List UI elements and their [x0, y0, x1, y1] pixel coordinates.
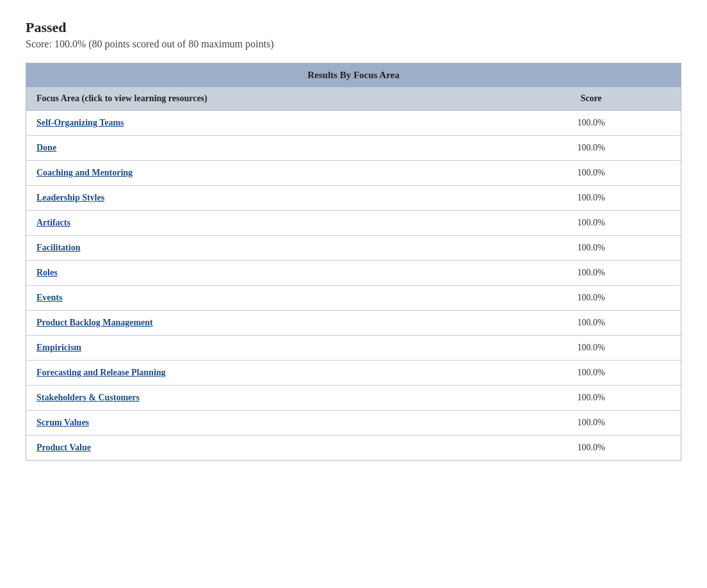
focus-area-link[interactable]: Product Value [37, 443, 91, 452]
table-row: Leadership Styles100.0% [26, 186, 681, 211]
focus-area-link[interactable]: Forecasting and Release Planning [37, 368, 166, 377]
focus-area-link[interactable]: Empiricism [37, 343, 81, 352]
focus-area-link[interactable]: Facilitation [37, 243, 80, 252]
score-cell: 100.0% [501, 236, 681, 261]
col-header-score: Score [501, 87, 681, 111]
focus-area-link[interactable]: Leadership Styles [37, 193, 104, 202]
focus-area-link[interactable]: Product Backlog Management [37, 318, 153, 327]
table-row: Stakeholders & Customers100.0% [26, 386, 681, 411]
score-cell: 100.0% [501, 436, 681, 461]
score-cell: 100.0% [501, 161, 681, 186]
results-table-wrapper: Results By Focus Area Focus Area (click … [26, 63, 681, 461]
table-row: Forecasting and Release Planning100.0% [26, 361, 681, 386]
focus-area-cell: Scrum Values [26, 411, 501, 436]
focus-area-cell: Done [26, 136, 501, 161]
focus-area-cell: Artifacts [26, 211, 501, 236]
focus-area-cell: Stakeholders & Customers [26, 386, 501, 411]
score-cell: 100.0% [501, 411, 681, 436]
table-row: Facilitation100.0% [26, 236, 681, 261]
score-cell: 100.0% [501, 136, 681, 161]
table-row: Self-Organizing Teams100.0% [26, 111, 681, 136]
focus-area-cell: Product Value [26, 436, 501, 461]
table-row: Done100.0% [26, 136, 681, 161]
focus-area-link[interactable]: Self-Organizing Teams [37, 118, 124, 127]
focus-area-cell: Roles [26, 261, 501, 286]
focus-area-link[interactable]: Roles [37, 268, 58, 277]
table-row: Scrum Values100.0% [26, 411, 681, 436]
pass-header: Passed Score: 100.0% (80 points scored o… [26, 19, 681, 50]
pass-score: Score: 100.0% (80 points scored out of 8… [26, 38, 681, 50]
results-table: Focus Area (click to view learning resou… [26, 87, 681, 460]
table-row: Product Value100.0% [26, 436, 681, 461]
score-cell: 100.0% [501, 361, 681, 386]
focus-area-cell: Product Backlog Management [26, 311, 501, 336]
score-cell: 100.0% [501, 311, 681, 336]
score-cell: 100.0% [501, 186, 681, 211]
pass-title: Passed [26, 19, 681, 36]
focus-area-cell: Leadership Styles [26, 186, 501, 211]
focus-area-cell: Coaching and Mentoring [26, 161, 501, 186]
focus-area-cell: Forecasting and Release Planning [26, 361, 501, 386]
table-row: Artifacts100.0% [26, 211, 681, 236]
focus-area-link[interactable]: Artifacts [37, 218, 70, 227]
focus-area-link[interactable]: Coaching and Mentoring [37, 168, 133, 177]
score-cell: 100.0% [501, 386, 681, 411]
score-cell: 100.0% [501, 261, 681, 286]
table-row: Empiricism100.0% [26, 336, 681, 361]
table-row: Coaching and Mentoring100.0% [26, 161, 681, 186]
focus-area-link[interactable]: Scrum Values [37, 418, 89, 427]
focus-area-cell: Self-Organizing Teams [26, 111, 501, 136]
score-cell: 100.0% [501, 211, 681, 236]
col-header-focus-area: Focus Area (click to view learning resou… [26, 87, 501, 111]
table-title: Results By Focus Area [26, 63, 681, 87]
table-row: Events100.0% [26, 286, 681, 311]
table-row: Roles100.0% [26, 261, 681, 286]
score-cell: 100.0% [501, 336, 681, 361]
focus-area-cell: Facilitation [26, 236, 501, 261]
focus-area-link[interactable]: Events [37, 293, 62, 302]
score-cell: 100.0% [501, 286, 681, 311]
focus-area-link[interactable]: Stakeholders & Customers [37, 393, 140, 402]
focus-area-cell: Empiricism [26, 336, 501, 361]
score-cell: 100.0% [501, 111, 681, 136]
focus-area-link[interactable]: Done [37, 143, 56, 152]
focus-area-cell: Events [26, 286, 501, 311]
table-row: Product Backlog Management100.0% [26, 311, 681, 336]
